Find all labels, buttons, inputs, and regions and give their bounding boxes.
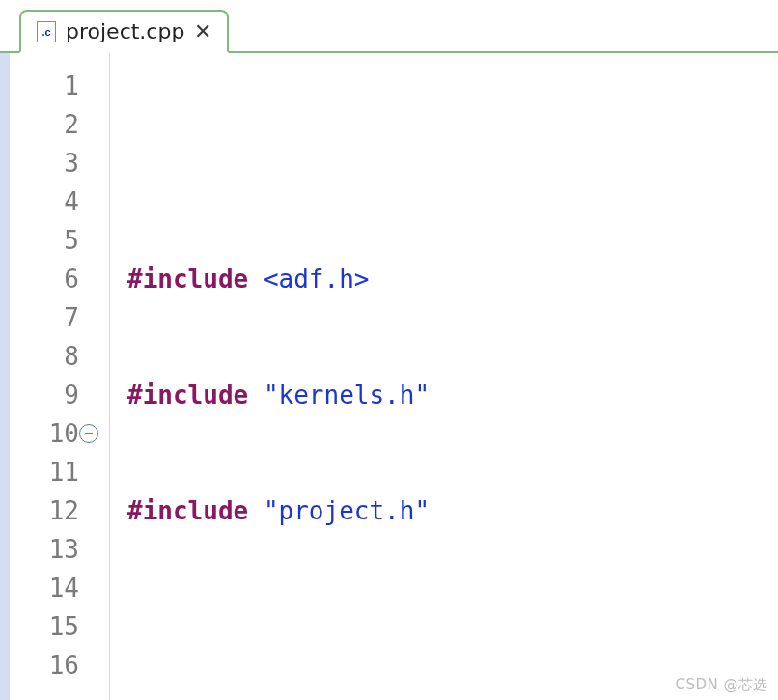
code-editor[interactable]: #include <adf.h> #include "kernels.h" #i… [110, 53, 778, 700]
code-line: #include "project.h" [127, 491, 778, 530]
close-icon[interactable]: ✕ [194, 21, 211, 42]
line-number: 8 [10, 337, 79, 376]
line-number: 12 [10, 491, 79, 530]
line-number: 5 [10, 221, 79, 260]
code-line [127, 144, 778, 182]
line-number: 4 [10, 182, 79, 221]
line-number: 2 [10, 105, 79, 144]
line-number: 16 [10, 646, 79, 685]
line-number: 15 [10, 607, 79, 646]
code-line: #include "kernels.h" [127, 376, 778, 414]
fold-toggle-icon[interactable]: − [79, 424, 98, 443]
code-line [127, 607, 778, 646]
tab-filename: project.cpp [66, 19, 184, 43]
line-number: 10− [10, 414, 79, 453]
tab-bar: project.cpp ✕ [0, 0, 778, 53]
line-number: 3 [10, 144, 79, 182]
line-number: 7 [10, 298, 79, 337]
line-number: 6 [10, 260, 79, 298]
line-number: 13 [10, 530, 79, 569]
line-number: 9 [10, 376, 79, 414]
c-file-icon [37, 21, 56, 42]
line-number: 11 [10, 453, 79, 491]
fold-strip [85, 53, 110, 700]
line-number: 14 [10, 569, 79, 607]
code-line: #include <adf.h> [127, 260, 778, 298]
editor-area: 1 2 3 4 5 6 7 8 9 10− 11 12 13 14 15 16 … [0, 53, 778, 700]
watermark: CSDN @芯选 [675, 676, 768, 694]
line-number-gutter: 1 2 3 4 5 6 7 8 9 10− 11 12 13 14 15 16 [10, 53, 85, 700]
line-number: 1 [10, 67, 79, 105]
editor-tab[interactable]: project.cpp ✕ [19, 10, 229, 53]
